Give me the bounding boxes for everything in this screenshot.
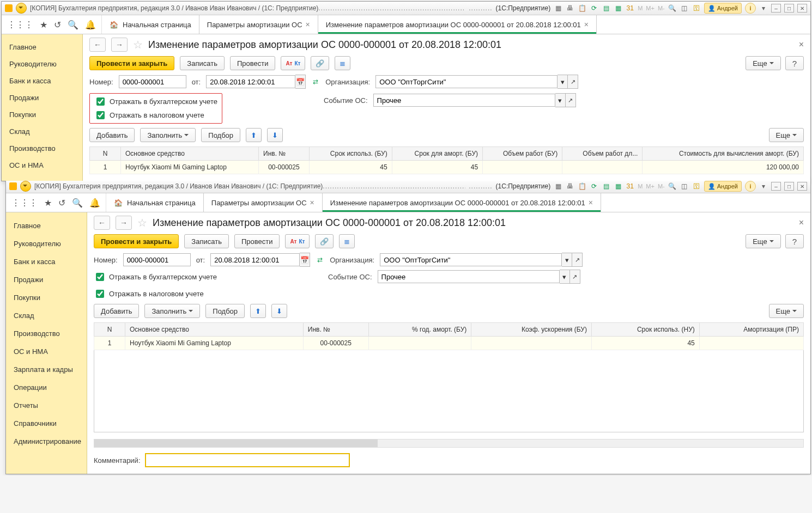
sidebar-item-sales[interactable]: Продажи (2, 89, 82, 106)
nu-checkbox-2[interactable] (96, 290, 104, 298)
key-icon-2[interactable]: ⚿ (692, 182, 701, 191)
structure-button-2[interactable]: 🔗 (315, 234, 334, 248)
tab-home-2[interactable]: 🏠Начальная страница (106, 193, 204, 212)
write-button-2[interactable]: Записать (184, 234, 229, 248)
sidebar-item-sales-2[interactable]: Продажи (6, 271, 87, 289)
table-row-2[interactable]: 1 Ноутбук Xiaomi Mi Gaming Laptop 00-000… (94, 337, 804, 350)
col-amort-bu[interactable]: Срок для аморт. (БУ) (392, 147, 482, 161)
pick-button-2[interactable]: Подбор (205, 304, 245, 318)
more-button[interactable]: Еще (746, 56, 780, 70)
col2-nu[interactable]: Срок использ. (НУ) (591, 323, 699, 337)
toolbar-calendar-icon[interactable]: 31 (626, 4, 634, 13)
panels-icon[interactable]: ◫ (680, 4, 689, 13)
event-input-2[interactable] (378, 270, 560, 283)
table-more-button[interactable]: Еще (769, 128, 804, 142)
col2-pct[interactable]: % год. аморт. (БУ) (368, 323, 471, 337)
close-window-button[interactable]: ✕ (797, 4, 807, 13)
comment-input[interactable] (145, 453, 350, 467)
toolbar-grid-icon[interactable]: ▦ (614, 4, 622, 13)
favorite-star-icon-2[interactable]: ☆ (137, 216, 147, 229)
sidebar-item-admin-2[interactable]: Администрирование (6, 432, 87, 450)
zoom-icon-2[interactable]: 🔍 (668, 182, 677, 191)
swap-icon[interactable]: ⇄ (311, 77, 320, 86)
org-dropdown-icon[interactable]: ▾ (558, 75, 568, 89)
event-input[interactable] (373, 94, 555, 107)
search-icon[interactable]: 🔍 (68, 20, 78, 30)
close-window-button-2[interactable]: ✕ (797, 182, 807, 191)
toolbar-clipboard-icon-2[interactable]: 📋 (578, 182, 586, 191)
sidebar-item-os-nma-2[interactable]: ОС и НМА (6, 343, 87, 361)
event-open-icon-2[interactable]: ↗ (570, 270, 580, 284)
sidebar-item-warehouse[interactable]: Склад (2, 123, 82, 140)
info-dropdown-icon-2[interactable]: ▾ (759, 182, 768, 191)
fill-button[interactable]: Заполнить (140, 128, 196, 142)
sidebar-item-manager[interactable]: Руководителю (2, 56, 82, 72)
sidebar-item-main[interactable]: Главное (2, 39, 82, 56)
app-menu-dropdown-icon-2[interactable] (20, 181, 31, 192)
org-open-icon[interactable]: ↗ (568, 75, 578, 89)
bell-icon[interactable]: 🔔 (85, 20, 96, 30)
col-vol-bu[interactable]: Объем работ (БУ) (483, 147, 562, 161)
org-input-2[interactable] (380, 253, 562, 266)
key-icon[interactable]: ⚿ (692, 4, 701, 13)
write-button[interactable]: Записать (180, 56, 225, 70)
page-close-icon-2[interactable]: × (799, 218, 804, 228)
sidebar-item-salary-2[interactable]: Зарплата и кадры (6, 361, 87, 378)
favorite-star-icon[interactable]: ☆ (133, 38, 143, 51)
zoom-icon[interactable]: 🔍 (668, 4, 677, 13)
toolbar-excel-icon-2[interactable]: ▤ (602, 182, 610, 191)
toolbar-print-icon-2[interactable]: 🖶 (566, 182, 574, 191)
col2-pr[interactable]: Амортизация (ПР) (699, 323, 803, 337)
panels-icon-2[interactable]: ◫ (680, 182, 689, 191)
search-icon-2[interactable]: 🔍 (72, 198, 83, 208)
col2-coef[interactable]: Коэф. ускорения (БУ) (471, 323, 592, 337)
info-icon-2[interactable]: i (745, 181, 756, 192)
col-asset[interactable]: Основное средство (121, 147, 259, 161)
post-button-2[interactable]: Провести (234, 234, 280, 248)
user-badge[interactable]: 👤 Андрей (704, 3, 742, 14)
tab-change-params-2[interactable]: Изменение параметров амортизации ОС 0000… (323, 193, 601, 212)
tab-params-close-icon-2[interactable]: × (310, 198, 314, 207)
apps-icon[interactable]: ⋮⋮⋮ (7, 20, 33, 30)
sidebar-item-production-2[interactable]: Производство (6, 325, 87, 343)
nu-checkbox[interactable] (96, 111, 105, 119)
sidebar-item-reports-2[interactable]: Отчеты (6, 396, 87, 414)
tab-params-2[interactable]: Параметры амортизации ОС× (204, 193, 323, 212)
bu-checkbox-2[interactable] (96, 273, 104, 281)
history-icon[interactable]: ↺ (54, 20, 61, 30)
sidebar-item-catalogs-2[interactable]: Справочники (6, 414, 87, 432)
tab-change-params-close-icon[interactable]: × (584, 20, 589, 29)
info-icon[interactable]: i (745, 3, 756, 14)
maximize-button-2[interactable]: □ (784, 182, 794, 191)
user-badge-2[interactable]: 👤 Андрей (704, 181, 742, 192)
sidebar-item-bank[interactable]: Банк и касса (2, 72, 82, 89)
sidebar-item-purchases[interactable]: Покупки (2, 106, 82, 123)
horizontal-scrollbar[interactable] (94, 439, 804, 448)
move-down-button-2[interactable]: ⬇ (271, 304, 287, 318)
col-inv[interactable]: Инв. № (259, 147, 310, 161)
sidebar-item-manager-2[interactable]: Руководителю (6, 235, 87, 253)
swap-icon-2[interactable]: ⇄ (316, 255, 324, 264)
forward-button-2[interactable]: → (116, 216, 132, 230)
post-and-close-button[interactable]: Провести и закрыть (89, 56, 174, 70)
table-row[interactable]: 1 Ноутбук Xiaomi Mi Gaming Laptop 00-000… (90, 161, 804, 174)
date-input[interactable] (206, 75, 295, 88)
col-n[interactable]: N (90, 147, 121, 161)
tab-params-close-icon[interactable]: × (306, 20, 310, 29)
help-button[interactable]: ? (785, 56, 804, 70)
page-close-icon[interactable]: × (799, 40, 804, 50)
sidebar-item-operations-2[interactable]: Операции (6, 378, 87, 396)
org-dropdown-icon-2[interactable]: ▾ (562, 253, 572, 267)
col-vol2[interactable]: Объем работ дл... (562, 147, 643, 161)
star-icon-2[interactable]: ★ (44, 198, 52, 208)
back-button-2[interactable]: ← (94, 216, 110, 230)
add-row-button-2[interactable]: Добавить (94, 304, 139, 318)
info-dropdown-icon[interactable]: ▾ (759, 4, 768, 13)
bell-icon-2[interactable]: 🔔 (89, 198, 100, 208)
event-dropdown-icon[interactable]: ▾ (555, 93, 566, 107)
toolbar-doc-icon-2[interactable]: ▦ (554, 182, 562, 191)
number-input[interactable] (119, 75, 186, 88)
col2-n[interactable]: N (94, 323, 125, 337)
col2-inv[interactable]: Инв. № (303, 323, 368, 337)
sidebar-item-purchases-2[interactable]: Покупки (6, 289, 87, 307)
